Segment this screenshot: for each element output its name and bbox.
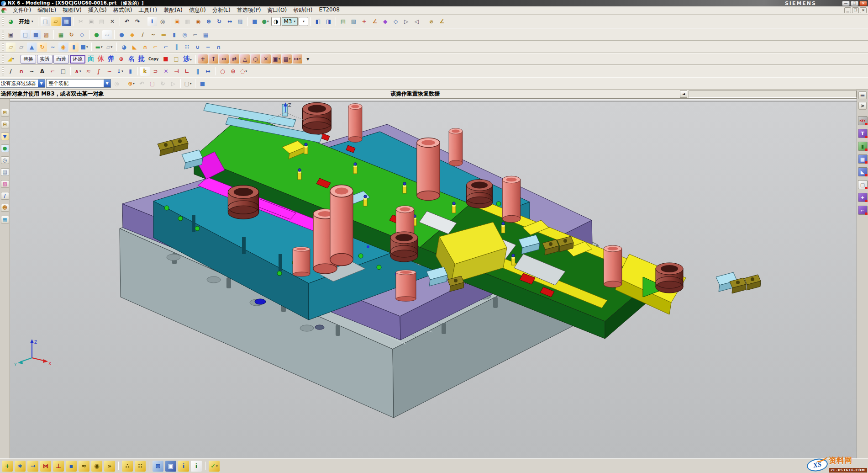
part-navigator-icon[interactable]: ▼ [1,133,9,140]
red-cube-icon[interactable]: ■ [161,54,170,64]
web-browser-icon[interactable]: ● [1,144,9,152]
toolbar-grip[interactable] [2,31,4,39]
menu-item-0[interactable]: 文件(F) [10,6,34,15]
stack-component-icon[interactable]: ▤▾ [282,54,292,64]
search-face-icon[interactable]: ◎ [180,30,189,39]
dropdown-caret[interactable]: ▾ [279,57,280,61]
tnut-part-item[interactable]: T [858,129,868,138]
sheet-tool-icon[interactable]: ◆ [127,30,137,39]
combo-arrow-icon[interactable]: ▼ [38,80,45,87]
drag-component-icon[interactable]: ↔ [219,54,229,64]
scenery-icon[interactable]: ▦ [1,216,9,223]
graphics-window[interactable]: Z Z X Y [10,99,857,458]
hole-icon[interactable]: ◉ [58,43,68,52]
open-icon[interactable]: ▱ [51,17,61,26]
copy-icon[interactable]: ▣ [87,17,96,26]
assembly-navigator-icon[interactable]: ⊞ [1,109,9,117]
cross-fitting-part-item[interactable]: + [858,193,868,202]
refresh-selection-icon[interactable]: ↻ [158,79,168,88]
dropdown-caret[interactable]: ▾ [86,45,88,49]
dropdown-caret[interactable]: ▾ [289,57,291,61]
center-target-icon[interactable]: ⊕ [116,54,126,64]
offset-curve-icon[interactable]: ≈ [84,67,93,76]
dropdown-caret[interactable]: ▾ [267,20,269,23]
simplify-curve-icon[interactable]: ∼ [105,67,114,76]
measure-move-icon[interactable]: ↦▾ [293,54,302,64]
search-icon[interactable]: ◎ [158,17,168,26]
close-button[interactable]: ✕ [859,1,867,6]
extrude-icon[interactable]: ▲ [27,43,37,52]
clearance-info-icon[interactable]: i [178,461,189,472]
dropdown-caret[interactable]: ▾ [303,20,305,23]
corner-icon[interactable]: ∟ [182,67,192,76]
delete-component-icon[interactable]: ✕ [261,54,271,64]
face-select-icon[interactable]: 面 [86,55,95,63]
dropdown-caret[interactable]: ▾ [79,69,81,73]
rotate-view-icon[interactable]: ↻ [215,17,224,26]
menu-item-1[interactable]: 编辑(E) [34,6,59,15]
collapse-rail-icon[interactable]: > [858,102,867,110]
move-component-icon[interactable]: → [27,461,38,472]
dropdown-caret[interactable]: ▾ [294,20,296,23]
bend-icon[interactable]: ∩ [140,43,150,52]
datum-grid-icon[interactable]: ▦ [56,30,66,39]
mirror-feature-icon[interactable]: ‖ [172,43,181,52]
key-part-item[interactable]: KEY [858,116,868,125]
cylinder-face-icon[interactable]: ▮ [169,30,179,39]
pattern-feature-icon[interactable]: ∷ [182,43,192,52]
wcs-dynamics-icon[interactable]: + [359,17,369,26]
elbow-part-item[interactable]: ⌐ [858,206,868,215]
show-icon[interactable]: ◁ [412,17,421,26]
spline-pencil-icon[interactable]: ~ [148,30,158,39]
paste-icon[interactable]: ▤ [97,17,107,26]
plane-dialog-icon[interactable]: ▱ [102,30,112,39]
dropdown-caret[interactable]: ▾ [190,82,192,85]
find-component-icon[interactable]: ◎ [112,79,121,88]
lift-component-icon[interactable]: ↑ [209,54,218,64]
scope-combo[interactable]: 整个装配 ▼ [46,79,111,88]
rotate-model-icon[interactable]: ↻ [67,30,76,39]
trim-curve-icon[interactable]: ⊣ [172,67,181,76]
menu-item-8[interactable]: 分析(L) [209,6,234,15]
start-button[interactable]: 开始▾ [16,17,36,26]
contour-flange-icon[interactable]: ⌐ [151,43,160,52]
body-select-icon[interactable]: 体 [96,55,105,63]
mdi-minimize-button[interactable]: ▁ [844,7,851,13]
mdi-close-button[interactable]: ✕ [860,7,867,13]
menu-item-2[interactable]: 视图(V) [59,6,85,15]
explode-assembly-icon[interactable]: ∴ [122,461,133,472]
verify-assembly-icon[interactable]: ✓▾ [209,461,220,472]
sequence-icon[interactable]: » [104,461,115,472]
polygon-icon[interactable]: ∧▾ [73,67,83,76]
sketch-icon[interactable]: ▱ [6,43,16,52]
new-component-icon[interactable]: ∗ [15,461,26,472]
undo-selection-icon[interactable]: ↶ [137,79,147,88]
align-triangle-icon[interactable]: △ [240,54,250,64]
zoom-box-icon[interactable]: ▣ [173,17,182,26]
add-component-icon[interactable]: + [2,461,13,472]
dropdown-caret[interactable]: ▾ [216,464,218,468]
menu-item-3[interactable]: 插入(S) [85,6,110,15]
layer-visible-icon[interactable]: ▧ [349,17,358,26]
replace-display-button[interactable]: 替换 [21,55,36,64]
assembly-constraint-icon[interactable]: ⊥ [53,461,64,472]
cut-icon[interactable]: ✂ [76,17,86,26]
arrangements-icon[interactable]: ∷ [135,461,146,472]
menu-item-4[interactable]: 格式(R) [110,6,136,15]
dropdown-caret[interactable]: ▾ [121,69,123,73]
save-icon[interactable]: ▦ [62,17,71,26]
move-component-icon[interactable]: + [198,54,208,64]
wcs-orient-icon[interactable]: ∠ [370,17,379,26]
minimize-button[interactable]: — [842,1,850,6]
menu-item-10[interactable]: 窗口(O) [264,6,290,15]
die-assembly-3d-model[interactable]: Z Z X Y [10,99,857,458]
customize-display-icon[interactable]: ▣ [6,30,16,39]
iso-view-icon[interactable]: ◇ [77,30,87,39]
hatch-section-icon[interactable]: ▨ [42,30,51,39]
revolve-icon[interactable]: ↻ [37,43,47,52]
combo-arrow-icon[interactable]: ▼ [104,80,110,87]
shaded-model-icon[interactable]: ■ [198,79,207,88]
menu-item-9[interactable]: 首选项(P) [234,6,264,15]
edge-blend-icon[interactable]: ◕ [119,43,129,52]
history-icon[interactable]: ◷ [1,156,9,164]
